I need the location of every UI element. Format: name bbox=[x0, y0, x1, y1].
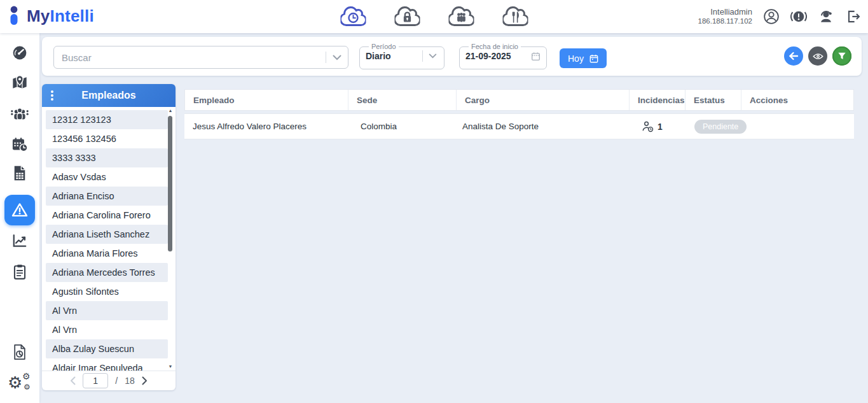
sidebar-item-tasks[interactable] bbox=[12, 264, 27, 280]
employee-list-item[interactable]: Adriana Maria Flores bbox=[46, 244, 168, 263]
person-logo-icon bbox=[9, 6, 24, 25]
employee-list-item[interactable]: Aldair Imar Sepulveda bbox=[46, 358, 168, 371]
filter-button[interactable] bbox=[832, 46, 851, 66]
start-date-field[interactable]: Fecha de inicio 21-09-2025 bbox=[459, 43, 547, 69]
gear-small-icon: ⚙ bbox=[22, 372, 31, 381]
line-chart-icon bbox=[11, 233, 28, 248]
employee-list-item[interactable]: Adriana Liseth Sanchez bbox=[46, 225, 168, 244]
period-select[interactable]: Período Diario bbox=[359, 43, 444, 69]
page-separator: / bbox=[115, 376, 118, 386]
column-header-acciones[interactable]: Acciones bbox=[741, 90, 853, 110]
report-pie-icon bbox=[12, 344, 27, 361]
employee-list-item[interactable]: Al Vrn bbox=[46, 320, 168, 339]
dashboard-icon bbox=[11, 45, 28, 61]
cell-incidencias: 1 bbox=[629, 120, 685, 132]
search-select bbox=[53, 46, 348, 69]
main-content: Período Diario Fecha de inicio 21-09-202… bbox=[39, 33, 868, 403]
today-button-label: Hoy bbox=[568, 53, 584, 64]
employee-list: 12312 123123123456 1324563333 3333Adasv … bbox=[42, 107, 168, 371]
cloud-time-icon[interactable] bbox=[340, 5, 366, 27]
table-row[interactable]: Jesus Alfredo Valero Placeres Colombia A… bbox=[184, 113, 854, 139]
user-ip: 186.188.117.102 bbox=[698, 17, 752, 25]
start-date-value: 21-09-2025 bbox=[465, 51, 531, 61]
calendar-icon bbox=[589, 54, 598, 63]
today-button[interactable]: Hoy bbox=[560, 48, 607, 68]
sidebar-item-map[interactable] bbox=[11, 75, 29, 91]
profile-icon[interactable] bbox=[763, 8, 780, 25]
arrow-left-icon bbox=[789, 52, 799, 60]
employee-list-item[interactable]: 3333 3333 bbox=[46, 148, 168, 167]
sidebar-item-schedule[interactable] bbox=[11, 136, 29, 153]
previous-page-icon[interactable] bbox=[70, 376, 76, 385]
employees-panel: Empleados 12312 123123123456 1324563333 … bbox=[42, 84, 176, 390]
column-header-empleado[interactable]: Empleado bbox=[185, 90, 348, 110]
incidents-table: Empleado Sede Cargo Incidencias Estatus … bbox=[184, 89, 854, 139]
chevron-down-icon[interactable] bbox=[333, 55, 341, 60]
cloud-dining-icon[interactable] bbox=[502, 5, 528, 27]
alert-icon[interactable] bbox=[790, 8, 807, 25]
module-nav bbox=[340, 5, 528, 27]
user-info: Intelliadmin 186.188.117.102 bbox=[698, 8, 752, 25]
cell-estatus: Pendiente bbox=[685, 120, 741, 134]
employees-panel-title: Empleados bbox=[81, 90, 135, 101]
page-number-input[interactable] bbox=[83, 373, 108, 388]
status-badge: Pendiente bbox=[694, 120, 747, 134]
employee-pagination: / 18 bbox=[42, 371, 176, 390]
period-label: Período bbox=[369, 43, 399, 50]
brand-name: MyIntelli bbox=[27, 6, 94, 25]
scrollbar-thumb[interactable] bbox=[168, 116, 172, 251]
employee-list-item[interactable]: 123456 132456 bbox=[46, 129, 168, 148]
gear-smaller-icon: ⚙ bbox=[24, 383, 31, 391]
calendar-icon[interactable] bbox=[531, 52, 541, 61]
cloud-people-icon[interactable] bbox=[448, 5, 474, 27]
scroll-down-icon[interactable]: ▼ bbox=[167, 364, 174, 369]
sidebar-item-incidents-active[interactable] bbox=[4, 195, 35, 225]
sidebar-item-settings[interactable]: ⚙ ⚙ ⚙ bbox=[7, 372, 32, 395]
column-header-sede[interactable]: Sede bbox=[348, 90, 457, 110]
sidebar-item-reports-chart[interactable] bbox=[11, 233, 28, 248]
back-button[interactable] bbox=[784, 46, 803, 66]
employee-list-item[interactable]: Agustin Sifontes bbox=[46, 282, 168, 301]
kebab-menu-icon[interactable] bbox=[51, 89, 55, 102]
column-header-incidencias[interactable]: Incidencias bbox=[630, 90, 685, 110]
cloud-lock-icon[interactable] bbox=[394, 5, 420, 27]
divider bbox=[422, 50, 423, 62]
employees-panel-header: Empleados bbox=[42, 84, 176, 107]
sidebar-item-records[interactable] bbox=[12, 165, 27, 181]
sidebar-item-analytics[interactable] bbox=[12, 344, 27, 361]
person-time-icon bbox=[642, 120, 654, 132]
employee-list-item[interactable]: Adriana Mercedes Torres bbox=[46, 263, 168, 282]
start-date-label: Fecha de inicio bbox=[469, 43, 521, 50]
brand-logo[interactable]: MyIntelli bbox=[9, 6, 94, 25]
next-page-icon[interactable] bbox=[142, 376, 148, 385]
employee-list-item[interactable]: Adriana Enciso bbox=[46, 187, 168, 206]
employee-list-item[interactable]: Al Vrn bbox=[46, 301, 168, 320]
employee-list-scrollbar: ▲ ▼ bbox=[167, 108, 174, 369]
column-header-estatus[interactable]: Estatus bbox=[685, 90, 741, 110]
divider bbox=[326, 52, 326, 63]
employee-list-item[interactable]: Adasv Vsdas bbox=[46, 167, 168, 187]
support-agent-icon[interactable] bbox=[818, 8, 834, 25]
employee-list-item[interactable]: Alba Zulay Suescun bbox=[46, 339, 168, 358]
chevron-down-icon[interactable] bbox=[429, 53, 437, 59]
cell-cargo: Analista De Soporte bbox=[456, 122, 629, 131]
logout-icon[interactable] bbox=[845, 8, 862, 25]
filter-actions bbox=[784, 46, 851, 66]
view-button[interactable] bbox=[808, 46, 827, 66]
employee-list-item[interactable]: Adriana Carolina Forero bbox=[46, 206, 168, 225]
employee-list-item[interactable]: 12312 123123 bbox=[46, 110, 168, 129]
calendar-clock-icon bbox=[11, 136, 29, 153]
myintelli-app: MyIntelli bbox=[0, 0, 868, 403]
column-header-cargo[interactable]: Cargo bbox=[457, 90, 630, 110]
incident-count: 1 bbox=[658, 122, 663, 132]
cell-sede: Colombia bbox=[348, 122, 456, 131]
sidebar-item-dashboard[interactable] bbox=[11, 45, 28, 61]
scroll-up-icon[interactable]: ▲ bbox=[167, 108, 174, 113]
document-grid-icon bbox=[12, 165, 27, 181]
period-value: Diario bbox=[366, 51, 422, 61]
search-input[interactable] bbox=[54, 52, 326, 63]
eye-icon bbox=[813, 52, 823, 60]
funnel-icon bbox=[837, 52, 846, 60]
sidebar-item-people[interactable] bbox=[10, 106, 29, 122]
user-name: Intelliadmin bbox=[698, 8, 752, 17]
